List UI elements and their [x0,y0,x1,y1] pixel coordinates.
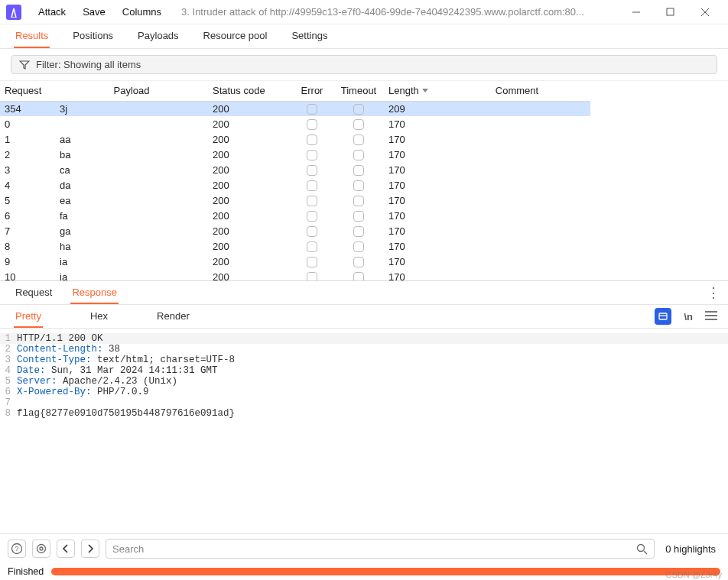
checkbox-timeout[interactable] [353,226,364,237]
progress-bar [51,568,720,575]
svg-point-11 [37,545,46,553]
checkbox-error[interactable] [307,104,317,115]
table-row[interactable]: 8ha200170 [0,238,590,254]
checkbox-timeout[interactable] [353,104,364,115]
tab-settings[interactable]: Settings [290,24,329,48]
checkbox-error[interactable] [307,257,317,267]
highlight-count: 0 highlights [661,543,720,555]
table-row[interactable]: 9ia200170 [0,254,590,269]
checkbox-timeout[interactable] [353,119,364,130]
code-line: Content-Type: text/html; charset=UTF-8 [17,355,235,365]
table-row[interactable]: 10ja200170 [0,269,590,281]
inspector-icon[interactable] [655,308,671,325]
menu-bar: Attack Save Columns [31,3,169,21]
tab-hex[interactable]: Hex [89,306,109,328]
checkbox-timeout[interactable] [353,134,364,145]
checkbox-timeout[interactable] [353,196,364,206]
svg-rect-1 [667,8,674,15]
code-line: flag{8277e0910d750195b448797616e091ad} [17,408,235,419]
menu-attack[interactable]: Attack [31,3,73,21]
newline-toggle[interactable]: \n [684,311,693,322]
checkbox-error[interactable] [307,119,317,130]
status-bar: Finished CSDN @Z3r4y [0,563,728,580]
table-row[interactable]: 7ga200170 [0,223,590,238]
tab-response[interactable]: Response [70,282,119,304]
checkbox-timeout[interactable] [353,257,364,267]
response-body[interactable]: 1HTTP/1.1 200 OK 2Content-Length: 38 3Co… [0,329,728,533]
gear-icon [35,543,47,555]
results-table[interactable]: Request Payload Status code Error Timeou… [0,81,728,281]
col-request[interactable]: Request [0,81,55,101]
bottom-bar: ? Search 0 highlights [0,533,728,563]
col-length[interactable]: Length [384,81,444,101]
table-row[interactable]: 0200170 [0,116,590,131]
tab-resource-pool[interactable]: Resource pool [202,24,269,48]
prev-button[interactable] [57,539,75,558]
more-options-icon[interactable]: ⋮ [707,284,719,301]
checkbox-error[interactable] [307,180,317,191]
detail-tabs-bar: Request Response ⋮ [0,281,728,305]
close-button[interactable] [687,1,722,24]
window-title: 3. Intruder attack of http://49959c13-e7… [172,6,616,18]
svg-point-13 [638,544,645,551]
line-number: 1 [0,333,17,344]
settings-button[interactable] [32,539,50,558]
tab-render[interactable]: Render [155,306,191,328]
hamburger-icon[interactable] [705,311,717,322]
code-line: X-Powered-By: PHP/7.0.9 [17,387,149,397]
line-number: 6 [0,387,17,397]
table-row[interactable]: 1aa200170 [0,131,590,147]
table-row[interactable]: 4da200170 [0,177,590,193]
line-number: 2 [0,344,17,355]
line-number: 4 [0,365,17,376]
maximize-button[interactable] [653,1,687,24]
checkbox-timeout[interactable] [353,272,364,281]
checkbox-error[interactable] [307,272,317,281]
tab-positions[interactable]: Positions [71,24,115,48]
table-row[interactable]: 6fa200170 [0,208,590,223]
col-status[interactable]: Status code [208,81,291,101]
filter-button[interactable]: Filter: Showing all items [11,55,717,74]
col-length-label: Length [388,85,419,96]
code-line: Content-Length: 38 [17,344,120,355]
checkbox-timeout[interactable] [353,180,364,191]
col-error[interactable]: Error [291,81,333,101]
table-row[interactable]: 2ba200170 [0,147,590,162]
checkbox-timeout[interactable] [353,150,364,160]
checkbox-timeout[interactable] [353,165,364,176]
next-button[interactable] [81,539,99,558]
checkbox-error[interactable] [307,196,317,206]
code-line: Date: Sun, 31 Mar 2024 14:11:31 GMT [17,365,218,376]
filter-bar: Filter: Showing all items [0,49,728,81]
checkbox-timeout[interactable] [353,211,364,222]
minimize-button[interactable] [619,1,653,24]
checkbox-error[interactable] [307,165,317,176]
col-comment[interactable]: Comment [444,81,590,101]
checkbox-error[interactable] [307,241,317,252]
checkbox-error[interactable] [307,211,317,222]
col-timeout[interactable]: Timeout [333,81,384,101]
table-row[interactable]: 3543j200209 [0,101,590,116]
col-payload[interactable]: Payload [55,81,208,101]
table-row[interactable]: 5ea200170 [0,193,590,208]
checkbox-error[interactable] [307,134,317,145]
svg-text:?: ? [15,545,18,552]
app-icon [6,5,21,20]
checkbox-error[interactable] [307,150,317,160]
tab-pretty[interactable]: Pretty [14,306,43,328]
table-header-row: Request Payload Status code Error Timeou… [0,81,590,101]
table-row[interactable]: 3ca200170 [0,162,590,177]
format-tabs-bar: Pretty Hex Render \n [0,305,728,329]
filter-text: Filter: Showing all items [36,59,141,70]
tab-request[interactable]: Request [14,282,54,304]
line-number: 5 [0,376,17,387]
checkbox-timeout[interactable] [353,241,364,252]
menu-save[interactable]: Save [75,3,113,21]
menu-columns[interactable]: Columns [115,3,169,21]
help-button[interactable]: ? [8,539,26,558]
tab-results[interactable]: Results [14,24,50,48]
checkbox-error[interactable] [307,226,317,237]
tab-payloads[interactable]: Payloads [136,24,180,48]
svg-rect-4 [659,313,667,319]
search-input[interactable]: Search [106,539,655,559]
